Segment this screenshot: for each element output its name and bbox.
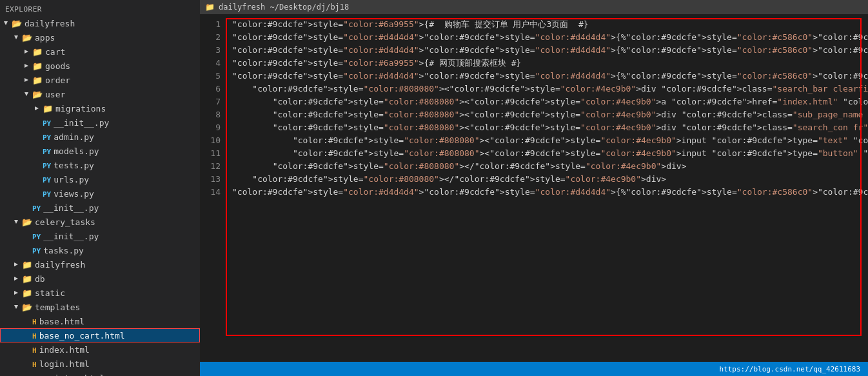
code-line[interactable]: "color:#9cdcfe">style="color:#808080"><"… (232, 134, 868, 147)
tree-item-views-py[interactable]: PYviews.py (0, 186, 200, 201)
tree-item-urls-py[interactable]: PYurls.py (0, 172, 200, 186)
tree-item-label: user (45, 90, 65, 99)
folder-icon: 📁 (32, 75, 43, 85)
tree-item-__init__-py-apps[interactable]: PY__init__.py (0, 201, 200, 215)
svg-marker-9 (14, 277, 18, 281)
tree-item-models-py[interactable]: PYmodels.py (0, 144, 200, 158)
tree-item-admin-py[interactable]: PYadmin.py (0, 130, 200, 144)
tree-item-label: tasks.py (43, 246, 84, 255)
tree-item-apps[interactable]: 📂apps (0, 30, 200, 45)
tree-item-tests-py[interactable]: PYtests.py (0, 158, 200, 172)
code-line[interactable]: "color:#9cdcfe">style="color:#808080"></… (232, 160, 868, 173)
folder-arrow-icon (13, 217, 21, 227)
tree-item-dailyfresh-root[interactable]: 📂dailyfresh (0, 16, 200, 30)
html-file-icon: H (32, 359, 37, 369)
code-line[interactable]: "color:#9cdcfe">style="color:#808080"><"… (232, 83, 868, 95)
tree-item-index-html[interactable]: Hindex.html (0, 342, 200, 357)
folder-icon: 📂 (22, 33, 32, 43)
line-number-gutter: 1234567891011121314 (200, 18, 227, 358)
code-line[interactable]: "color:#9cdcfe">style="color:#6a9955">{#… (232, 57, 868, 70)
tree-item-label: register.html (39, 373, 105, 377)
tree-item-label: __init__.py (43, 203, 99, 213)
window-title-bar: 📁 dailyfresh ~/Desktop/dj/bj18 (200, 0, 868, 14)
tree-item-__init__-celery[interactable]: PY__init__.py (0, 229, 200, 243)
line-number: 8 (200, 108, 221, 121)
tree-item-tasks-py[interactable]: PYtasks.py (0, 243, 200, 257)
code-line[interactable]: "color:#9cdcfe">style="color:#808080"></… (232, 173, 868, 186)
code-line[interactable]: "color:#9cdcfe">style="color:#d4d4d4">"c… (232, 31, 868, 44)
code-line[interactable]: "color:#9cdcfe">style="color:#808080"><"… (232, 108, 868, 121)
code-line[interactable]: "color:#9cdcfe">style="color:#d4d4d4">"c… (232, 70, 868, 83)
svg-marker-1 (14, 35, 18, 39)
code-line[interactable]: "color:#9cdcfe">style="color:#d4d4d4">"c… (232, 44, 868, 57)
tree-item-label: base_no_cart.html (39, 331, 125, 341)
folder-icon-small: 📁 (205, 3, 215, 12)
tree-item-label: db (35, 274, 45, 284)
code-line[interactable]: "color:#9cdcfe">style="color:#808080"><"… (232, 121, 868, 134)
tree-item-dailyfresh-folder[interactable]: 📁dailyfresh (0, 257, 200, 272)
folder-arrow-icon (34, 104, 41, 114)
tree-item-label: goods (45, 61, 70, 71)
tree-item-login-html[interactable]: Hlogin.html (0, 357, 200, 371)
tree-item-label: order (45, 75, 70, 85)
tree-item-templates-folder[interactable]: 📂templates (0, 300, 200, 314)
folder-arrow-icon (13, 288, 21, 298)
tree-item-base-no-cart-html[interactable]: Hbase_no_cart.html (0, 328, 200, 342)
tree-item-label: base.html (39, 317, 84, 326)
folder-icon: 📂 (32, 90, 43, 99)
tree-item-order[interactable]: 📁order (0, 73, 200, 87)
tree-item-static-folder[interactable]: 📁static (0, 286, 200, 300)
tree-item-goods[interactable]: 📁goods (0, 59, 200, 73)
tree-item-user[interactable]: 📂user (0, 87, 200, 101)
explorer-title: EXPLORER (5, 5, 42, 14)
tree-item-migrations[interactable]: 📁migrations (0, 101, 200, 115)
folder-arrow-icon (13, 33, 21, 43)
code-line[interactable]: "color:#9cdcfe">style="color:#d4d4d4">"c… (232, 186, 868, 199)
html-file-icon: H (32, 316, 37, 326)
tree-item-register-html[interactable]: Hregister.html (0, 371, 200, 376)
code-line[interactable]: "color:#9cdcfe">style="color:#6a9955">{#… (232, 18, 868, 31)
line-number: 2 (200, 31, 221, 44)
tree-item-label: __init__.py (54, 118, 109, 128)
folder-arrow-icon (23, 47, 31, 57)
tree-item-label: dailyfresh (35, 260, 85, 270)
folder-icon: 📂 (12, 19, 22, 28)
tree-item-label: cart (45, 47, 65, 57)
svg-marker-8 (14, 262, 18, 266)
tree-item-__init__-py-user[interactable]: PY__init__.py (0, 115, 200, 130)
svg-marker-5 (25, 92, 28, 96)
code-editor[interactable]: 1234567891011121314 "color:#9cdcfe">styl… (200, 14, 868, 362)
status-bar: https://blog.csdn.net/qq_42611683 (200, 362, 868, 376)
file-explorer: EXPLORER 📂dailyfresh📂apps📁cart📁goods📁ord… (0, 0, 200, 376)
python-file-icon: PY (43, 117, 51, 128)
editor-scroll-area[interactable]: 1234567891011121314 "color:#9cdcfe">styl… (200, 14, 868, 362)
python-file-icon: PY (43, 160, 51, 170)
folder-icon: 📁 (22, 274, 32, 284)
svg-marker-0 (4, 21, 8, 25)
tree-item-label: tests.py (54, 161, 94, 170)
folder-icon: 📁 (22, 288, 32, 298)
tree-item-base-html[interactable]: Hbase.html (0, 314, 200, 328)
tree-item-label: __init__.py (43, 232, 99, 241)
tree-item-db-folder[interactable]: 📁db (0, 272, 200, 286)
tree-item-cart[interactable]: 📁cart (0, 45, 200, 59)
code-line[interactable]: "color:#9cdcfe">style="color:#808080"><"… (232, 95, 868, 108)
code-area[interactable]: "color:#9cdcfe">style="color:#6a9955">{#… (227, 18, 868, 358)
folder-arrow-icon (13, 302, 21, 312)
tree-item-label: celery_tasks (35, 217, 95, 227)
folder-icon: 📂 (22, 302, 32, 312)
tree-item-label: login.html (39, 359, 90, 369)
python-file-icon: PY (43, 174, 51, 184)
code-line[interactable]: "color:#9cdcfe">style="color:#808080"><"… (232, 147, 868, 160)
line-number: 4 (200, 57, 221, 70)
tree-item-celery-tasks[interactable]: 📂celery_tasks (0, 215, 200, 229)
tree-item-label: migrations (55, 104, 106, 114)
line-number: 5 (200, 70, 221, 83)
svg-marker-4 (25, 78, 28, 82)
tree-item-label: models.py (54, 146, 99, 156)
python-file-icon: PY (43, 188, 51, 199)
folder-icon: 📁 (22, 260, 32, 270)
editor-panel: 📁 dailyfresh ~/Desktop/dj/bj18 123456789… (200, 0, 868, 376)
python-file-icon: PY (43, 146, 51, 156)
file-tree[interactable]: 📂dailyfresh📂apps📁cart📁goods📁order📂user📁m… (0, 16, 200, 376)
